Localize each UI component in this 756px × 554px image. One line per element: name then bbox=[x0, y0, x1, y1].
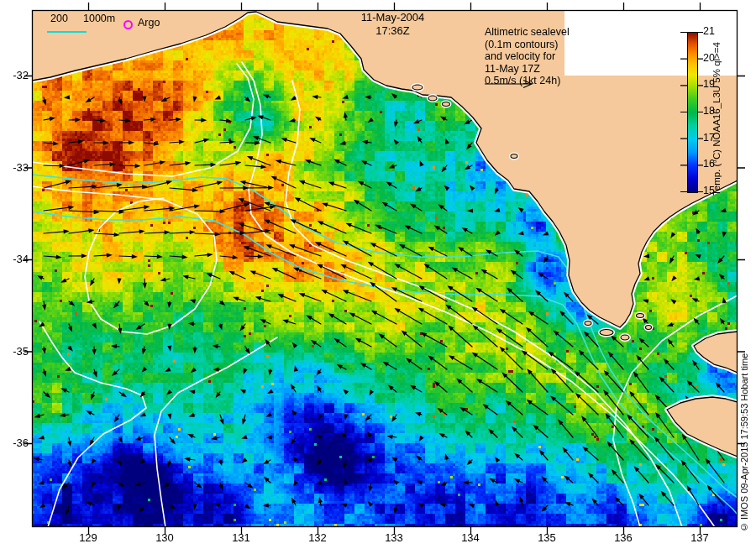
x-tick-label: 133 bbox=[375, 531, 412, 544]
y-tick-label: -35 bbox=[3, 345, 29, 358]
sst-map-figure: 11-May-2004 17:36Z 200 1000m Argo Altime… bbox=[0, 0, 756, 554]
annotation-line: 0.5m/s (1kt 24h) bbox=[485, 75, 560, 86]
annotation-line: and velocity for bbox=[485, 50, 555, 62]
y-tick-label: -36 bbox=[3, 436, 29, 449]
x-tick-label: 136 bbox=[605, 531, 642, 544]
bathy-200-label: 200 bbox=[50, 13, 68, 24]
y-tick-label: -33 bbox=[3, 161, 29, 174]
map-canvas bbox=[0, 0, 756, 554]
x-tick-label: 129 bbox=[70, 531, 107, 544]
annotation-line: 11-May 17Z bbox=[485, 63, 540, 75]
colorbar bbox=[687, 32, 698, 193]
map-time: 17:36Z bbox=[336, 24, 449, 37]
x-tick-label: 131 bbox=[223, 531, 260, 544]
copyright-text: © IMOS 09-Apr-2015 17:59:53 Hobart time bbox=[739, 317, 749, 532]
x-tick-label: 137 bbox=[681, 531, 718, 544]
colorbar-title: Temp. (°C) NOAA16_L3U 5% ql>=4 bbox=[711, 24, 722, 196]
argo-marker-icon bbox=[123, 20, 133, 29]
y-tick-label: -32 bbox=[3, 69, 29, 81]
x-tick-label: 134 bbox=[452, 531, 489, 544]
x-tick-label: 132 bbox=[299, 531, 336, 544]
bathy-1000-label: 1000m bbox=[83, 13, 115, 24]
annotation-line: Altimetric sealevel bbox=[485, 26, 570, 38]
x-tick-label: 135 bbox=[528, 531, 565, 544]
argo-label: Argo bbox=[138, 17, 160, 29]
x-tick-label: 130 bbox=[146, 531, 183, 544]
map-date: 11-May-2004 bbox=[336, 11, 449, 24]
y-tick-label: -34 bbox=[3, 253, 29, 265]
annotation-line: (0.1m contours) bbox=[485, 39, 559, 50]
bathy-contour-sample-line bbox=[47, 31, 87, 33]
